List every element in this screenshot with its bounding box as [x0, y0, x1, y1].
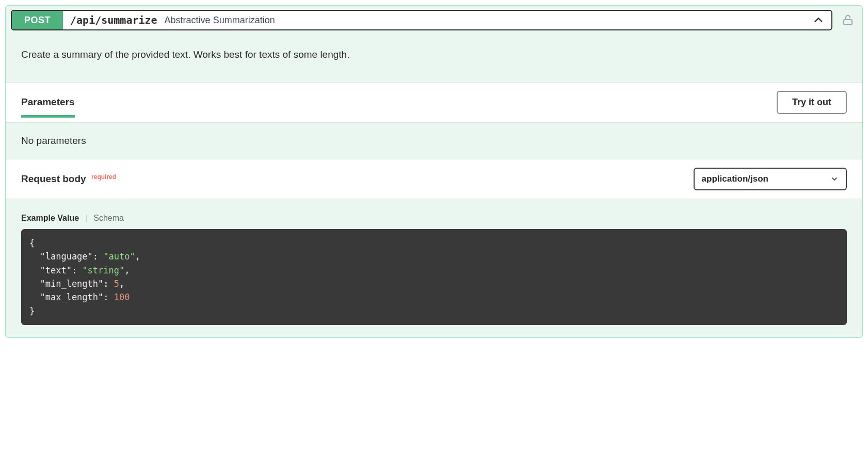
tab-divider: |: [85, 214, 87, 223]
try-it-out-button[interactable]: Try it out: [777, 91, 847, 114]
chevron-down-icon: [830, 175, 839, 183]
parameters-section-header: Parameters Try it out: [6, 82, 862, 123]
content-type-value: application/json: [702, 174, 768, 184]
operation-description: Create a summary of the provided text. W…: [6, 35, 862, 82]
operation-panel: POST /api/summarize Abstractive Summariz…: [5, 5, 863, 338]
request-body-title: Request body: [21, 173, 86, 184]
required-badge: required: [91, 173, 116, 181]
chevron-up-icon[interactable]: [806, 14, 831, 26]
tab-schema[interactable]: Schema: [93, 214, 124, 223]
request-body-section-header: Request body required application/json: [6, 159, 862, 199]
http-method-badge: POST: [12, 11, 63, 29]
example-code-block[interactable]: { "language": "auto", "text": "string", …: [21, 229, 847, 325]
endpoint-path: /api/summarize: [63, 14, 157, 26]
unlock-icon[interactable]: [839, 10, 857, 30]
operation-summary-bar[interactable]: POST /api/summarize Abstractive Summariz…: [11, 10, 832, 30]
content-type-select[interactable]: application/json: [694, 168, 847, 190]
svg-rect-0: [844, 20, 852, 25]
request-body-section: Example Value | Schema { "language": "au…: [6, 199, 862, 337]
endpoint-summary: Abstractive Summarization: [157, 15, 275, 26]
tab-parameters[interactable]: Parameters: [21, 96, 75, 117]
no-parameters-text: No parameters: [6, 123, 862, 159]
tab-example-value[interactable]: Example Value: [21, 214, 79, 223]
operation-header: POST /api/summarize Abstractive Summariz…: [6, 6, 862, 35]
body-tabs: Example Value | Schema: [21, 214, 847, 223]
